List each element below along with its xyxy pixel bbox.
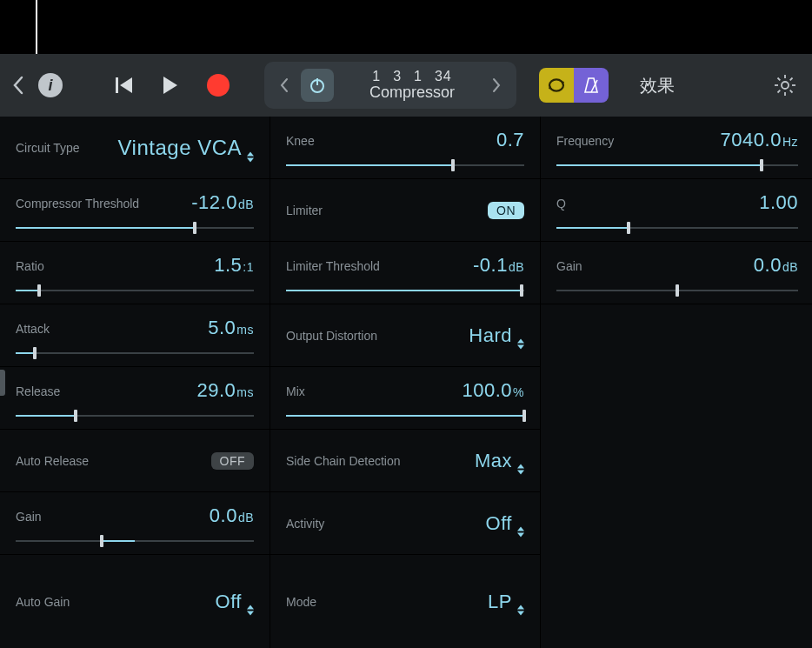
slider-track[interactable]: [286, 290, 524, 291]
param-label: Gain: [556, 259, 582, 273]
circuit-type-select[interactable]: Circuit Type Vintage VCA: [0, 117, 270, 179]
slot-num: 1: [414, 69, 423, 84]
play-icon: [162, 76, 179, 95]
metronome-mode-button[interactable]: [574, 68, 609, 103]
param-value: Vintage VCA: [118, 135, 254, 160]
activity-select[interactable]: Activity Off: [270, 492, 540, 555]
param-label: Auto Release: [16, 454, 89, 468]
plugin-slot-numbers: 1 3 1 34: [372, 69, 452, 84]
param-column-1: Circuit Type Vintage VCA Compressor Thre…: [0, 117, 270, 648]
svg-line-11: [790, 78, 793, 81]
settings-button[interactable]: [774, 74, 796, 97]
mix-slider[interactable]: Mix 100.0%: [270, 367, 540, 430]
view-mode-buttons: [539, 68, 609, 103]
record-button[interactable]: [207, 74, 230, 97]
param-value: 0.0dB: [754, 254, 798, 277]
param-value: 0.0dB: [210, 504, 254, 527]
slider-track[interactable]: [286, 164, 524, 166]
chevron-left-icon: [280, 77, 289, 93]
limiter-threshold-slider[interactable]: Limiter Threshold -0.1dB: [270, 242, 540, 304]
prev-plugin-button[interactable]: [273, 77, 296, 93]
plugin-title-area[interactable]: 1 3 1 34 Compressor: [339, 69, 485, 101]
param-value: 29.0ms: [197, 379, 255, 402]
select-arrows-icon: [517, 605, 524, 615]
param-value: 7040.0Hz: [721, 129, 798, 151]
param-value: -0.1dB: [473, 254, 524, 277]
loop-mode-button[interactable]: [539, 68, 574, 103]
svg-point-4: [782, 82, 789, 89]
q-slider[interactable]: Q 1.00: [541, 179, 812, 242]
param-value: -12.0dB: [191, 191, 254, 214]
power-icon: [309, 77, 326, 94]
info-icon: i: [48, 77, 52, 95]
limiter-toggle[interactable]: Limiter ON: [270, 179, 540, 242]
go-to-start-button[interactable]: [115, 77, 134, 94]
info-button[interactable]: i: [38, 73, 63, 97]
param-label: Circuit Type: [16, 141, 80, 155]
slider-track[interactable]: [16, 540, 254, 542]
slider-track[interactable]: [16, 227, 254, 229]
attack-slider[interactable]: Attack 5.0ms: [0, 304, 270, 367]
param-label: Output Distortion: [286, 329, 377, 343]
param-value: Hard: [469, 324, 524, 347]
slider-track[interactable]: [16, 290, 254, 291]
param-value: 1.5:1: [214, 254, 254, 277]
svg-line-9: [778, 78, 781, 81]
slider-track[interactable]: [556, 290, 798, 291]
param-label: Limiter Threshold: [286, 259, 380, 273]
param-value: OFF: [211, 452, 255, 470]
param-value: 1.00: [759, 191, 798, 214]
param-column-2: Knee 0.7 Limiter ON Limiter Threshold -0…: [270, 117, 540, 648]
param-label: Release: [16, 384, 60, 398]
section-title: 效果: [640, 74, 675, 97]
param-label: Limiter: [286, 204, 323, 217]
param-label: Compressor Threshold: [16, 197, 139, 210]
slider-track[interactable]: [16, 415, 254, 417]
sidechain-gain-slider[interactable]: Gain 0.0dB: [541, 242, 812, 304]
chevron-left-icon: [12, 76, 24, 95]
slider-track[interactable]: [286, 415, 524, 417]
chevron-right-icon: [492, 77, 501, 93]
slot-num: 3: [393, 69, 402, 84]
auto-gain-select[interactable]: Auto Gain Off: [0, 555, 270, 648]
annotation-callout-line: [36, 0, 37, 54]
mode-select[interactable]: Mode LP: [270, 555, 540, 648]
scroll-indicator[interactable]: [0, 370, 5, 396]
output-distortion-select[interactable]: Output Distortion Hard: [270, 304, 540, 367]
param-label: Knee: [286, 134, 315, 148]
param-value: Off: [216, 590, 254, 613]
slot-num: 1: [372, 69, 381, 84]
select-arrows-icon: [517, 338, 524, 349]
record-icon: [207, 74, 230, 97]
release-slider[interactable]: Release 29.0ms: [0, 367, 270, 430]
param-label: Ratio: [16, 259, 44, 273]
param-label: Frequency: [556, 134, 614, 148]
sidechain-detection-select[interactable]: Side Chain Detection Max: [270, 430, 540, 492]
makeup-gain-slider[interactable]: Gain 0.0dB: [0, 492, 270, 555]
frequency-slider[interactable]: Frequency 7040.0Hz: [541, 117, 812, 179]
param-label: Side Chain Detection: [286, 454, 401, 468]
slider-track[interactable]: [556, 227, 798, 229]
slider-track[interactable]: [556, 164, 798, 166]
knee-slider[interactable]: Knee 0.7: [270, 117, 540, 179]
plugin-name: Compressor: [369, 84, 455, 102]
gear-icon: [774, 74, 796, 97]
play-button[interactable]: [162, 76, 179, 95]
empty-cell: [541, 304, 812, 648]
slider-track[interactable]: [16, 352, 254, 354]
param-label: Mode: [286, 595, 316, 609]
select-arrows-icon: [517, 464, 524, 474]
param-value: Max: [475, 449, 524, 472]
auto-release-toggle[interactable]: Auto Release OFF: [0, 430, 270, 492]
param-label: Activity: [286, 517, 324, 531]
ratio-slider[interactable]: Ratio 1.5:1: [0, 242, 270, 304]
next-plugin-button[interactable]: [485, 77, 508, 93]
plugin-power-button[interactable]: [301, 69, 334, 102]
back-button[interactable]: [0, 54, 37, 117]
svg-rect-0: [116, 77, 118, 93]
param-value: 5.0ms: [208, 317, 254, 339]
transport-controls: [115, 74, 230, 97]
param-value: ON: [488, 202, 524, 219]
param-value: LP: [488, 590, 524, 613]
threshold-slider[interactable]: Compressor Threshold -12.0dB: [0, 179, 270, 242]
